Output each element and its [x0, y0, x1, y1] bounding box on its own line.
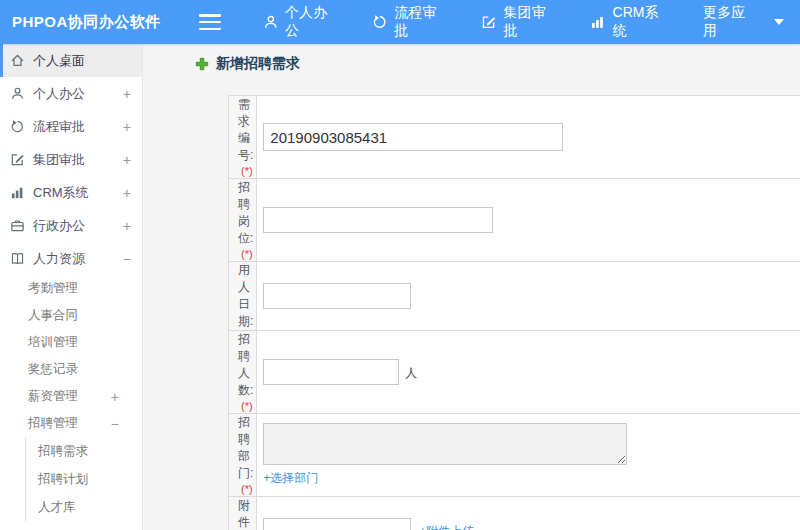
demand-number-input[interactable] [263, 123, 563, 151]
required-mark: (*) [241, 165, 253, 177]
expand-plus-icon[interactable]: + [123, 218, 131, 234]
nav-crm-system[interactable]: CRM系统 [574, 0, 687, 44]
sidebar: 个人桌面 个人办公 + 流程审批 + 集团审批 + CRM系统 + 行政办公 +… [0, 44, 143, 530]
sidebar-item-hr-contract[interactable]: 人事合同 [0, 302, 142, 329]
sidebar-item-label: 招聘需求 [38, 443, 88, 460]
headcount-input[interactable] [263, 359, 399, 385]
sidebar-item-label: 培训管理 [28, 334, 78, 351]
book-icon [10, 251, 25, 266]
sidebar-item-label: 薪资管理 [28, 388, 78, 405]
expand-plus-icon[interactable]: + [123, 86, 131, 102]
expand-plus-icon[interactable]: + [123, 185, 131, 201]
sidebar-item-label: 行政办公 [33, 217, 85, 235]
bar-chart-icon [10, 185, 25, 200]
person-icon [10, 86, 25, 101]
bar-chart-icon [590, 14, 606, 30]
field-label: 招聘岗位: [238, 180, 253, 245]
sidebar-item-label: 流程审批 [33, 118, 85, 136]
position-input[interactable] [263, 207, 493, 233]
sidebar-item-label: 招聘管理 [28, 415, 78, 432]
sidebar-item-process-approval[interactable]: 流程审批 + [0, 110, 142, 143]
sidebar-item-talent-pool[interactable]: 人才库 [26, 493, 142, 521]
expand-plus-icon[interactable]: + [123, 152, 131, 168]
unit-suffix: 人 [405, 366, 417, 380]
recruitment-form: 需求编号:(*) 招聘岗位:(*) 用人日期: 招聘人数:(*) 人 招聘部门:… [228, 95, 800, 530]
expand-minus-icon[interactable]: − [111, 416, 119, 432]
department-textarea[interactable] [263, 423, 627, 465]
sidebar-item-training[interactable]: 培训管理 [0, 329, 142, 356]
app-logo: PHPOA协同办公软件 [12, 13, 195, 32]
top-header: PHPOA协同办公软件 个人办公 流程审批 集团审批 CRM系统 更多应用 [0, 0, 800, 44]
main-content: 新增招聘需求 需求编号:(*) 招聘岗位:(*) 用人日期: 招聘人数:(*) … [143, 44, 800, 530]
nav-label: 集团审批 [503, 4, 558, 40]
form-row-hire-date: 用人日期: [229, 262, 800, 331]
sidebar-item-salary[interactable]: 薪资管理+ [0, 383, 142, 410]
edit-square-icon [10, 152, 25, 167]
sidebar-item-rewards[interactable]: 奖惩记录 [0, 356, 142, 383]
form-row-attachment: 附件文档: +附件上传 [229, 497, 800, 530]
sidebar-item-human-resources[interactable]: 人力资源 − [0, 242, 142, 275]
nav-label: 个人办公 [285, 4, 340, 40]
field-label: 用人日期: [238, 263, 253, 328]
expand-minus-icon[interactable]: − [123, 251, 131, 267]
nav-label: CRM系统 [613, 4, 671, 40]
sidebar-item-label: CRM系统 [33, 184, 89, 202]
sidebar-item-recruit-demand[interactable]: 招聘需求 [26, 437, 142, 465]
sidebar-item-label: 人力资源 [33, 250, 85, 268]
sidebar-item-personal-desktop[interactable]: 个人桌面 [0, 44, 142, 77]
attachment-input[interactable] [263, 518, 411, 530]
upload-attachment-link[interactable]: +附件上传 [419, 523, 474, 530]
sidebar-item-admin-office[interactable]: 行政办公 + [0, 209, 142, 242]
field-label: 需求编号: [238, 97, 253, 162]
sidebar-item-label: 奖惩记录 [28, 361, 78, 378]
sidebar-item-crm[interactable]: CRM系统 + [0, 176, 142, 209]
field-label: 招聘人数: [238, 332, 253, 397]
menu-icon[interactable] [199, 14, 221, 30]
process-icon [10, 119, 25, 134]
nav-more-apps[interactable]: 更多应用 [687, 0, 800, 44]
sidebar-item-label: 人才库 [38, 499, 76, 516]
process-icon [372, 14, 388, 30]
expand-plus-icon[interactable]: + [123, 119, 131, 135]
sidebar-item-attendance[interactable]: 考勤管理 [0, 275, 142, 302]
form-row-position: 招聘岗位:(*) [229, 179, 800, 262]
briefcase-icon [10, 218, 25, 233]
field-label: 附件文档: [238, 498, 253, 530]
sidebar-item-recruitment[interactable]: 招聘管理− [0, 410, 142, 437]
nav-group-approval[interactable]: 集团审批 [465, 0, 574, 44]
nav-label: 流程审批 [394, 4, 449, 40]
expand-plus-icon[interactable]: + [111, 389, 119, 405]
field-label: 招聘部门: [238, 415, 253, 480]
required-mark: (*) [241, 400, 253, 412]
required-mark: (*) [241, 483, 253, 495]
sidebar-item-recruit-plan[interactable]: 招聘计划 [26, 465, 142, 493]
top-navigation: 个人办公 流程审批 集团审批 CRM系统 更多应用 [247, 0, 800, 44]
form-row-demand-number: 需求编号:(*) [229, 96, 800, 179]
required-mark: (*) [241, 248, 253, 260]
chevron-down-icon [774, 19, 784, 25]
edit-square-icon [481, 14, 497, 30]
person-icon [263, 14, 279, 30]
nav-label: 更多应用 [703, 4, 757, 40]
add-plus-icon [195, 57, 209, 71]
page-title: 新增招聘需求 [195, 55, 300, 73]
sidebar-item-label: 考勤管理 [28, 280, 78, 297]
home-icon [10, 53, 25, 68]
nav-process-approval[interactable]: 流程审批 [356, 0, 465, 44]
recruitment-submenu: 招聘需求 招聘计划 人才库 [25, 437, 142, 521]
select-department-link[interactable]: +选择部门 [263, 470, 318, 487]
hire-date-input[interactable] [263, 283, 411, 309]
sidebar-item-label: 个人桌面 [33, 52, 85, 70]
sidebar-item-label: 集团审批 [33, 151, 85, 169]
form-row-headcount: 招聘人数:(*) 人 [229, 331, 800, 414]
sidebar-item-group-approval[interactable]: 集团审批 + [0, 143, 142, 176]
sidebar-item-label: 人事合同 [28, 307, 78, 324]
sidebar-item-label: 招聘计划 [38, 471, 88, 488]
nav-personal-office[interactable]: 个人办公 [247, 0, 356, 44]
sidebar-item-label: 个人办公 [33, 85, 85, 103]
sidebar-item-personal-office[interactable]: 个人办公 + [0, 77, 142, 110]
form-row-department: 招聘部门:(*) +选择部门 [229, 414, 800, 497]
